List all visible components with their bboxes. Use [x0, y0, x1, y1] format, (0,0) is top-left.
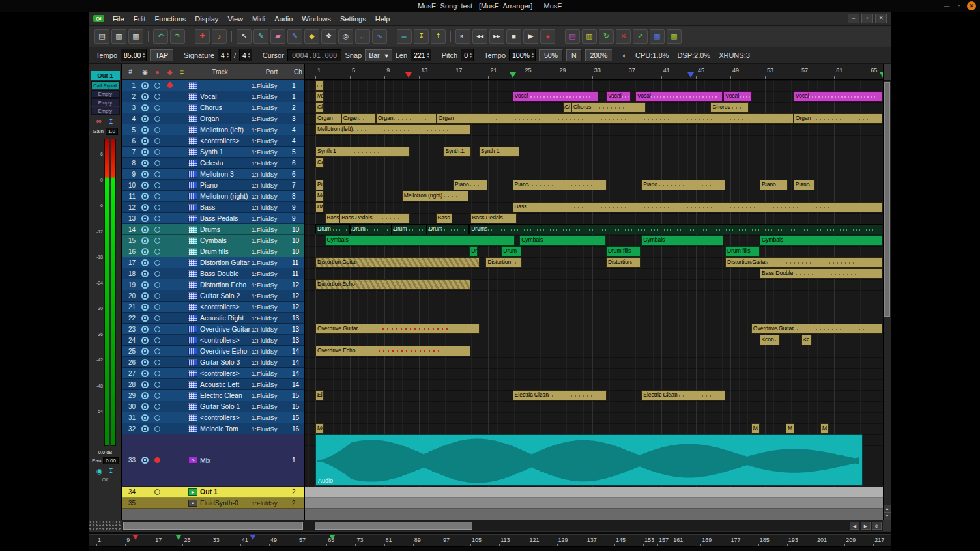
- track-row-controllers[interactable]: 21<controllers>1:FluidSy12: [122, 302, 304, 313]
- playhead-marker[interactable]: [405, 72, 412, 78]
- mute-icon[interactable]: [154, 404, 160, 410]
- track-on-icon[interactable]: [141, 392, 149, 399]
- track-row-controllers[interactable]: 24<controllers>1:FluidSy13: [122, 335, 304, 346]
- mute-icon[interactable]: [154, 382, 160, 388]
- mute-icon[interactable]: [154, 415, 160, 421]
- track-port[interactable]: 1:FluidSy: [252, 182, 292, 189]
- track-channel[interactable]: 14: [292, 348, 304, 355]
- track-activity-cell[interactable]: [139, 248, 151, 255]
- track-activity-cell[interactable]: [139, 315, 151, 322]
- list-column-icon[interactable]: ≡: [176, 68, 188, 76]
- track-name[interactable]: Bass Pedals: [188, 214, 252, 222]
- overview-playhead-marker[interactable]: [133, 535, 138, 540]
- track-name[interactable]: Bass: [188, 203, 252, 211]
- monitor-up-icon[interactable]: ↥: [108, 117, 114, 126]
- track-on-icon[interactable]: [141, 148, 149, 156]
- track-activity-cell[interactable]: [139, 215, 151, 222]
- tempo-spinbox[interactable]: 85.00▴▾: [121, 49, 147, 61]
- track-channel[interactable]: 8: [292, 193, 304, 200]
- mute-icon[interactable]: [154, 149, 160, 155]
- part-drum[interactable]: Drum: [350, 224, 392, 234]
- mute-icon[interactable]: [154, 127, 160, 133]
- signature-numerator-spinbox[interactable]: 4▴▾: [218, 49, 231, 61]
- track-name[interactable]: [188, 82, 252, 89]
- track-name[interactable]: Cymbals: [188, 236, 252, 244]
- part-overdrive-guitar[interactable]: Overdrive Guitar: [751, 324, 883, 334]
- goto-start-button[interactable]: ⇤: [455, 29, 470, 44]
- tap-button[interactable]: TAP: [150, 49, 173, 61]
- mute-icon[interactable]: [154, 337, 160, 343]
- track-on-icon[interactable]: [141, 270, 149, 277]
- track-name[interactable]: <controllers>: [188, 303, 252, 311]
- pitch-spinbox[interactable]: 0▴▾: [461, 49, 474, 61]
- mute-icon[interactable]: [154, 116, 160, 122]
- track-on-icon[interactable]: [141, 381, 149, 388]
- arranger-hscroll-thumb[interactable]: [315, 522, 472, 530]
- track-on-icon[interactable]: [141, 160, 149, 167]
- mdi-minimize-icon[interactable]: –: [848, 14, 859, 23]
- part-cymbals[interactable]: Cymbals: [325, 235, 515, 246]
- track-channel[interactable]: 16: [292, 425, 304, 432]
- spin-arrows-icon[interactable]: ▴▾: [470, 52, 472, 59]
- track-port[interactable]: 1:FluidSy: [252, 414, 292, 421]
- track-on-icon[interactable]: [141, 414, 149, 421]
- part-organ[interactable]: Organ: [376, 113, 437, 124]
- arm-column-icon[interactable]: ◉: [139, 68, 151, 76]
- track-row-mix[interactable]: 33∿Mix1: [122, 434, 304, 487]
- mute-icon[interactable]: [154, 348, 160, 354]
- part-m[interactable]: M: [751, 423, 760, 434]
- mute-icon[interactable]: [154, 260, 160, 266]
- track-arm-cell[interactable]: [151, 271, 164, 277]
- track-on-icon[interactable]: [141, 171, 149, 178]
- track-channel[interactable]: 9: [292, 204, 304, 211]
- track-channel[interactable]: 12: [292, 304, 304, 311]
- track-channel[interactable]: 5: [292, 148, 304, 156]
- track-on-icon[interactable]: [141, 259, 149, 266]
- track-arm-cell[interactable]: [151, 260, 164, 266]
- track-on-icon[interactable]: [141, 226, 149, 233]
- track-row-bass-pedals[interactable]: 13Bass Pedals1:FluidSy9: [122, 213, 304, 224]
- track-on-icon[interactable]: [141, 337, 149, 344]
- track-channel[interactable]: 13: [292, 337, 304, 344]
- save-file-button[interactable]: ▦: [128, 29, 143, 44]
- track-row-controllers[interactable]: 6<controllers>1:FluidSy4: [122, 135, 304, 147]
- part-overdrive-guitar[interactable]: Overdrive Guitar: [315, 324, 480, 334]
- track-on-icon[interactable]: [141, 359, 149, 366]
- pan-value[interactable]: 0.00: [103, 457, 119, 464]
- track-arm-cell[interactable]: [151, 160, 164, 166]
- track-arm-cell[interactable]: [151, 182, 164, 188]
- track-channel[interactable]: 15: [292, 414, 304, 421]
- track-port[interactable]: 1:FluidSy: [252, 292, 292, 300]
- track-row-melodic-tom[interactable]: 32Melodic Tom1:FluidSy16: [122, 423, 304, 434]
- part-organ[interactable]: Organ: [341, 113, 376, 124]
- track-activity-cell[interactable]: [139, 204, 151, 211]
- left-locator-marker[interactable]: [510, 72, 516, 78]
- track-activity-cell[interactable]: [139, 392, 151, 399]
- part-chorus[interactable]: Chorus: [710, 102, 748, 113]
- automation-off-label[interactable]: Off: [102, 477, 109, 483]
- record-enable-button[interactable]: ↧: [108, 467, 114, 475]
- track-port[interactable]: 1:FluidSy: [252, 337, 292, 344]
- snap-select[interactable]: Bar▾: [365, 49, 392, 61]
- part-me[interactable]: Me: [315, 191, 324, 201]
- part-drum[interactable]: Drum: [501, 246, 521, 257]
- part-synth-1[interactable]: Synth 1: [315, 147, 410, 157]
- track-port[interactable]: 1:FluidSy: [252, 381, 292, 388]
- redo-button[interactable]: ↷: [170, 29, 185, 44]
- part-bass[interactable]: Bass: [513, 202, 883, 212]
- track-on-icon[interactable]: [141, 204, 149, 211]
- part-mellotron-right[interactable]: Mellotron (right): [402, 191, 468, 201]
- part-item[interactable]: [315, 80, 324, 91]
- new-file-button[interactable]: ▤: [94, 29, 109, 44]
- part-distortion-echo[interactable]: Distortion Echo: [315, 279, 470, 290]
- part-audio[interactable]: Audio: [315, 434, 863, 486]
- track-port[interactable]: 1:FluidSy: [252, 281, 292, 289]
- track-name[interactable]: Mellotron 3: [188, 170, 252, 178]
- track-name[interactable]: Distortion Echo: [188, 281, 252, 289]
- part-vocal[interactable]: Vocal: [513, 91, 598, 102]
- track-activity-cell[interactable]: [139, 82, 151, 89]
- track-arm-cell[interactable]: [151, 282, 164, 288]
- spin-arrows-icon[interactable]: ▴▾: [143, 52, 145, 59]
- part-cymbals[interactable]: Cymbals: [760, 235, 882, 246]
- track-port[interactable]: 1:FluidSy: [252, 425, 292, 432]
